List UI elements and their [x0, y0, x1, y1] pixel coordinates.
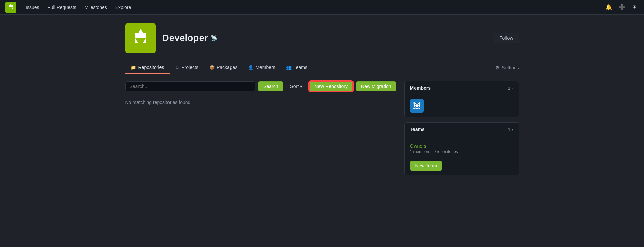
plus-button[interactable]: ➕	[617, 2, 627, 12]
team-meta: 1 members · 0 repositories	[410, 149, 513, 154]
packages-icon: 📦	[209, 65, 215, 70]
members-count[interactable]: 1 ›	[508, 86, 513, 91]
top-nav: Issues Pull Requests Milestones Explore …	[0, 0, 644, 15]
search-row: Search Sort ▾ New Repository New Migrati…	[125, 81, 396, 92]
topnav-links: Issues Pull Requests Milestones Explore	[23, 3, 603, 12]
svg-point-14	[419, 102, 420, 104]
search-button[interactable]: Search	[258, 81, 283, 91]
topnav-logo[interactable]	[5, 2, 16, 13]
svg-point-15	[413, 108, 415, 109]
members-card-header: Members 1 ›	[405, 81, 519, 95]
new-team-button[interactable]: New Team	[410, 161, 442, 171]
nav-milestones[interactable]: Milestones	[82, 3, 110, 12]
chevron-down-icon: ▾	[300, 84, 302, 89]
follow-button[interactable]: Follow	[494, 33, 519, 43]
nav-explore[interactable]: Explore	[113, 3, 134, 12]
chevron-right-icon: ›	[512, 86, 513, 91]
teams-title: Teams	[410, 127, 425, 132]
teams-count[interactable]: 1 ›	[508, 127, 513, 132]
nav-pull-requests[interactable]: Pull Requests	[44, 3, 79, 12]
teams-card: Teams 1 › Owners 1 members · 0 repositor…	[404, 122, 519, 175]
main-container: Developer 📡 Follow 📁 Repositories 🗂 Proj…	[120, 15, 524, 189]
nav-issues[interactable]: Issues	[23, 3, 42, 12]
projects-icon: 🗂	[175, 65, 179, 70]
profile-header: Developer 📡 Follow	[125, 23, 519, 53]
chevron-right-icon: ›	[512, 127, 513, 132]
org-info: Developer 📡	[162, 33, 217, 43]
grid-button[interactable]: ⊞	[630, 2, 639, 12]
teams-card-header: Teams 1 ›	[405, 123, 519, 136]
content-sidebar: Members 1 ›	[404, 81, 519, 181]
tab-members[interactable]: 👤 Members	[243, 61, 280, 74]
new-repository-button[interactable]: New Repository	[309, 81, 353, 92]
search-input[interactable]	[125, 81, 256, 91]
grid-icon: ⊞	[632, 4, 637, 10]
sort-button[interactable]: Sort ▾	[286, 82, 307, 91]
members-icon: 👤	[248, 65, 253, 70]
tabs: 📁 Repositories 🗂 Projects 📦 Packages 👤 M…	[125, 61, 519, 74]
bell-icon: 🔔	[605, 4, 612, 10]
settings-tab[interactable]: ⚙ Settings	[495, 62, 519, 74]
repo-icon: 📁	[131, 65, 136, 70]
org-name: Developer 📡	[162, 33, 217, 43]
members-card-body	[405, 95, 519, 117]
empty-state: No matching repositories found.	[125, 97, 396, 108]
content-main: Search Sort ▾ New Repository New Migrati…	[125, 81, 396, 181]
org-avatar	[125, 23, 156, 53]
team-entry: Owners 1 members · 0 repositories	[410, 141, 513, 157]
new-migration-button[interactable]: New Migration	[356, 81, 396, 91]
teams-icon: 👥	[286, 65, 292, 70]
members-title: Members	[410, 85, 431, 91]
plus-icon: ➕	[619, 4, 625, 10]
team-name[interactable]: Owners	[410, 143, 513, 149]
tab-repositories[interactable]: 📁 Repositories	[125, 61, 170, 74]
svg-point-13	[413, 102, 415, 104]
teams-card-body: Owners 1 members · 0 repositories New Te…	[405, 136, 519, 175]
bell-button[interactable]: 🔔	[603, 2, 614, 12]
rss-icon[interactable]: 📡	[211, 35, 217, 41]
settings-icon: ⚙	[495, 65, 500, 70]
member-avatar[interactable]	[410, 99, 424, 113]
tab-teams[interactable]: 👥 Teams	[281, 61, 313, 74]
members-card: Members 1 ›	[404, 81, 519, 117]
tab-projects[interactable]: 🗂 Projects	[170, 61, 204, 74]
tab-packages[interactable]: 📦 Packages	[204, 61, 243, 74]
svg-point-16	[419, 108, 420, 109]
topnav-right: 🔔 ➕ ⊞	[603, 2, 639, 12]
content-area: Search Sort ▾ New Repository New Migrati…	[125, 81, 519, 181]
